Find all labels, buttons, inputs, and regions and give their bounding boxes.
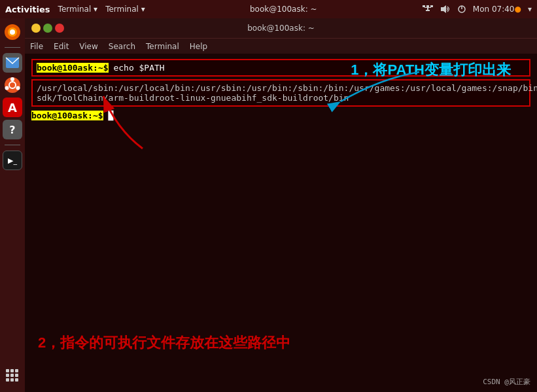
system-bar-right: Mon 07:40● ▾ [422, 5, 532, 14]
power-icon [457, 5, 466, 14]
watermark: CSDN @风正豪 [483, 377, 530, 387]
terminal-menu-label[interactable]: Terminal ▾ [58, 5, 98, 14]
svg-point-16 [5, 86, 9, 90]
svg-rect-5 [426, 10, 430, 11]
svg-rect-24 [6, 378, 9, 382]
menu-edit[interactable]: Edit [54, 42, 69, 51]
svg-rect-20 [15, 369, 18, 372]
svg-rect-23 [15, 374, 18, 377]
command-1: echo $PATH [109, 63, 165, 73]
terminal-title-text: book@100ask: ~ [247, 24, 315, 33]
system-bar-left: Activities Terminal ▾ Terminal ▾ [5, 5, 145, 14]
menu-help[interactable]: Help [190, 42, 207, 51]
terminal-title-bar: book@100ask: ~ [25, 18, 537, 38]
svg-rect-21 [6, 374, 9, 377]
svg-rect-3 [424, 7, 431, 8]
network-icon [422, 5, 434, 14]
svg-rect-0 [423, 5, 425, 7]
clock: Mon 07:40● [473, 5, 521, 14]
svg-rect-4 [427, 8, 428, 10]
title-spacer [31, 24, 71, 33]
dock-separator-1 [5, 47, 20, 48]
activities-button[interactable]: Activities [5, 5, 50, 14]
blue-arrow [302, 65, 432, 118]
svg-rect-19 [10, 369, 14, 372]
svg-rect-22 [10, 374, 14, 377]
menu-search[interactable]: Search [109, 42, 135, 51]
system-bar: Activities Terminal ▾ Terminal ▾ book@10… [0, 0, 537, 18]
terminal-menubar: File Edit View Search Terminal Help [25, 38, 537, 54]
dock-help[interactable]: ? [3, 120, 22, 139]
cursor: █ [103, 111, 114, 120]
maximize-button[interactable] [43, 24, 52, 33]
volume-icon [440, 5, 451, 14]
svg-rect-26 [15, 378, 18, 382]
annotation-2: 2，指令的可执行文件存放在这些路径中 [38, 333, 290, 353]
window-title-center: book@100ask: ~ [250, 5, 317, 14]
svg-point-17 [16, 86, 20, 90]
dock-terminal[interactable]: ▶_ [3, 151, 22, 170]
prompt-2: book@100ask:~$ [31, 111, 103, 120]
prompt-line-2: book@100ask:~$ █ [31, 111, 530, 120]
dock-ubuntu[interactable] [3, 75, 22, 95]
svg-point-11 [10, 29, 15, 35]
menu-file[interactable]: File [30, 42, 43, 51]
dock-separator-2 [5, 145, 20, 145]
path-output: /usr/local/sbin:/usr/local/bin:/usr/sbin… [31, 79, 530, 107]
close-button[interactable] [55, 24, 64, 33]
svg-rect-18 [6, 369, 9, 372]
minimize-button[interactable] [31, 24, 41, 33]
menu-terminal[interactable]: Terminal [146, 42, 179, 51]
settings-arrow: ▾ [528, 5, 532, 14]
dock: A ? ▶_ [0, 18, 25, 392]
dock-firefox[interactable] [3, 22, 22, 42]
dock-email[interactable] [3, 53, 22, 73]
prompt-1: book@100ask:~$ [37, 63, 109, 73]
terminal-app-label: Terminal ▾ [105, 5, 145, 14]
svg-point-15 [10, 77, 14, 81]
menu-view[interactable]: View [79, 42, 97, 51]
dock-letter[interactable]: A [3, 98, 22, 117]
svg-marker-6 [441, 5, 446, 13]
svg-rect-1 [426, 5, 429, 7]
dock-apps-grid[interactable] [3, 366, 22, 385]
terminal-content[interactable]: book@100ask:~$ echo $PATH /usr/local/sbi… [25, 54, 537, 392]
svg-rect-2 [430, 5, 433, 7]
svg-rect-25 [10, 378, 14, 382]
terminal-window: book@100ask: ~ File Edit View Search Ter… [25, 18, 537, 392]
